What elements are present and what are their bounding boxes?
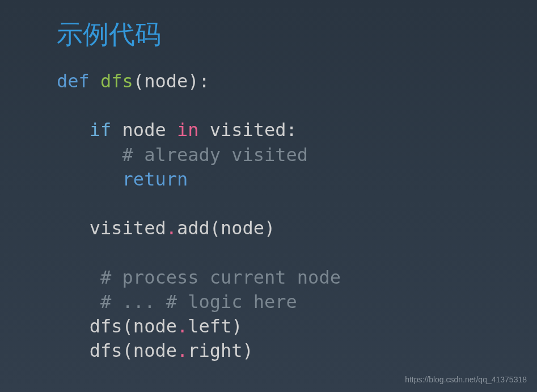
ident-node: node <box>122 119 166 141</box>
ident-visited: visited <box>90 217 166 239</box>
code-line-11: dfs(node.left) <box>57 314 537 339</box>
dot: . <box>166 217 177 239</box>
ident-node: node <box>221 217 264 239</box>
colon: : <box>286 119 297 141</box>
comment-already-visited: # already visited <box>122 144 308 166</box>
ident-node: node <box>133 340 177 361</box>
param-node: node <box>144 70 188 92</box>
ident-visited: visited <box>210 119 286 141</box>
rparen: ) <box>264 217 275 239</box>
call-dfs: dfs <box>90 340 122 361</box>
keyword-if: if <box>90 119 112 141</box>
code-line-9: # process current node <box>57 265 537 290</box>
code-line-5: return <box>57 167 537 192</box>
keyword-return: return <box>122 168 188 190</box>
watermark: https://blog.csdn.net/qq_41375318 <box>405 375 527 384</box>
code-line-blank <box>57 94 537 118</box>
rparen: ) <box>231 315 242 337</box>
code-line-blank <box>57 241 537 265</box>
lparen: ( <box>122 340 133 361</box>
dot: . <box>177 340 188 361</box>
code-line-1: def dfs(node): <box>57 69 537 94</box>
code-line-3: if node in visited: <box>57 118 537 142</box>
comment-process: # process current node <box>100 267 341 288</box>
code-line-12: dfs(node.right) <box>57 339 537 363</box>
keyword-def: def <box>57 70 90 92</box>
lparen: ( <box>133 70 144 92</box>
slide-container: 示例代码 def dfs(node): if node in visited: … <box>0 0 537 363</box>
attr-right: right <box>188 340 242 361</box>
code-block: def dfs(node): if node in visited: # alr… <box>57 69 537 363</box>
call-dfs: dfs <box>90 315 122 337</box>
code-line-10: # ... # logic here <box>57 290 537 314</box>
rparen: ) <box>188 70 198 92</box>
lparen: ( <box>122 315 133 337</box>
attr-left: left <box>188 315 231 337</box>
colon: : <box>198 70 209 92</box>
lparen: ( <box>210 217 221 239</box>
code-line-blank <box>57 192 537 216</box>
comment-logic: # ... # logic here <box>100 291 297 313</box>
method-add: add <box>177 217 210 239</box>
rparen: ) <box>243 340 253 361</box>
slide-title: 示例代码 <box>57 17 537 52</box>
code-line-4: # already visited <box>57 143 537 167</box>
dot: . <box>177 315 188 337</box>
keyword-in: in <box>177 119 199 141</box>
code-line-7: visited.add(node) <box>57 216 537 241</box>
function-name: dfs <box>100 70 133 92</box>
ident-node: node <box>133 315 177 337</box>
